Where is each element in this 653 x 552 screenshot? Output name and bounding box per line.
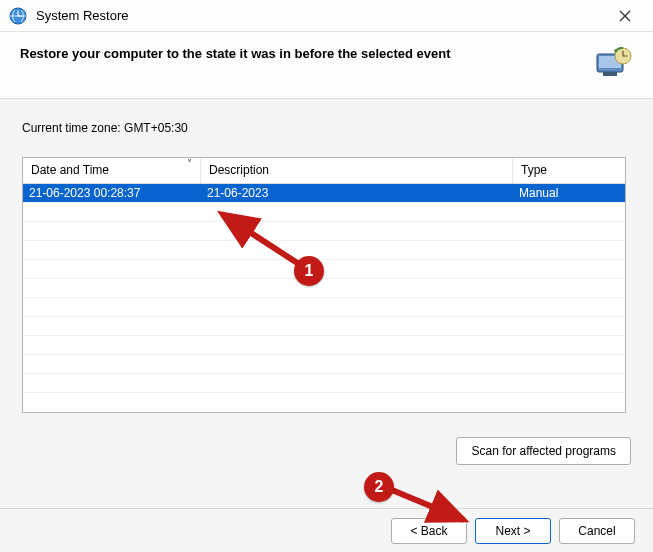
table-row[interactable] — [23, 374, 625, 393]
titlebar: System Restore — [0, 0, 653, 32]
back-button[interactable]: < Back — [391, 518, 467, 544]
footer-bar: < Back Next > Cancel — [0, 508, 653, 552]
col-header-type[interactable]: Type — [513, 158, 625, 183]
table-header-row: Date and Time Description Type — [23, 158, 625, 184]
scan-row: Scan for affected programs — [0, 423, 653, 465]
restore-points-table: Date and Time Description Type 21-06-202… — [22, 157, 626, 413]
col-header-date[interactable]: Date and Time — [23, 158, 201, 183]
table-row[interactable] — [23, 298, 625, 317]
cell-type: Manual — [513, 186, 625, 200]
header: Restore your computer to the state it wa… — [0, 32, 653, 99]
scan-affected-button[interactable]: Scan for affected programs — [456, 437, 631, 465]
system-restore-icon — [8, 6, 28, 26]
page-heading: Restore your computer to the state it wa… — [20, 46, 593, 61]
content-area: Current time zone: GMT+05:30 Date and Ti… — [0, 99, 653, 423]
svg-rect-3 — [603, 72, 617, 76]
restore-monitor-icon — [593, 46, 633, 82]
cell-description: 21-06-2023 — [201, 186, 513, 200]
table-row[interactable] — [23, 260, 625, 279]
window-title: System Restore — [36, 8, 605, 23]
close-button[interactable] — [605, 2, 645, 30]
next-button[interactable]: Next > — [475, 518, 551, 544]
table-row[interactable] — [23, 203, 625, 222]
table-row[interactable] — [23, 222, 625, 241]
col-header-description[interactable]: Description — [201, 158, 513, 183]
table-row[interactable] — [23, 279, 625, 298]
table-row[interactable]: 21-06-2023 00:28:37 21-06-2023 Manual — [23, 184, 625, 203]
annotation-badge-1: 1 — [294, 256, 324, 286]
cell-date: 21-06-2023 00:28:37 — [23, 186, 201, 200]
table-row[interactable] — [23, 336, 625, 355]
table-row[interactable] — [23, 241, 625, 260]
table-row[interactable] — [23, 317, 625, 336]
table-body: 21-06-2023 00:28:37 21-06-2023 Manual — [23, 184, 625, 393]
timezone-label: Current time zone: GMT+05:30 — [22, 121, 631, 135]
cancel-button[interactable]: Cancel — [559, 518, 635, 544]
annotation-badge-2: 2 — [364, 472, 394, 502]
table-row[interactable] — [23, 355, 625, 374]
